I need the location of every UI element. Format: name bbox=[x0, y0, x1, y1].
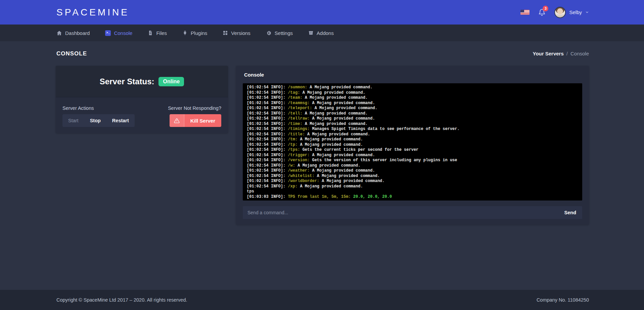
tab-versions[interactable]: Versions bbox=[223, 30, 250, 36]
tab-addons[interactable]: Addons bbox=[308, 30, 334, 36]
console-log-line: [01:02:54 INFO]: /title: A Mojang provid… bbox=[247, 132, 578, 137]
console-log-line: [01:02:54 INFO]: /w: A Mojang provided c… bbox=[247, 163, 578, 169]
tab-label: Versions bbox=[231, 30, 250, 36]
notification-badge: 3 bbox=[543, 6, 548, 11]
server-status-card: Server Status: Online Server Actions Sta… bbox=[56, 66, 228, 133]
console-log-line: [01:02:54 INFO]: /trigger: A Mojang prov… bbox=[247, 153, 578, 158]
command-bar: Send bbox=[243, 206, 582, 219]
server-status-label: Server Status: bbox=[100, 77, 154, 86]
user-name: Selby bbox=[569, 9, 582, 15]
plug-icon bbox=[182, 30, 188, 36]
warning-icon bbox=[170, 114, 184, 127]
main-content: Server Status: Online Server Actions Sta… bbox=[0, 66, 644, 225]
tab-label: Addons bbox=[317, 30, 334, 36]
flag-canton bbox=[520, 10, 524, 12]
console-log-line: [01:02:54 INFO]: /tag: A Mojang provided… bbox=[247, 90, 578, 96]
console-log-line: [01:02:54 INFO]: /tm: A Mojang provided … bbox=[247, 137, 578, 142]
avatar bbox=[554, 7, 566, 18]
page-title: CONSOLE bbox=[56, 50, 87, 57]
breadcrumb-your-servers[interactable]: Your Servers bbox=[533, 51, 564, 56]
server-actions-label: Server Actions bbox=[62, 105, 135, 111]
page-header: CONSOLE Your Servers / Console bbox=[0, 41, 644, 66]
breadcrumb: Your Servers / Console bbox=[533, 51, 589, 56]
kill-server-label: Kill Server bbox=[184, 114, 221, 127]
console-log[interactable]: [01:02:54 INFO]: /summon: A Mojang provi… bbox=[243, 83, 582, 201]
tab-plugins[interactable]: Plugins bbox=[182, 30, 207, 36]
kill-server-section: Server Not Responding? Kill Server bbox=[168, 105, 221, 133]
send-button[interactable]: Send bbox=[558, 206, 582, 219]
breadcrumb-current: Console bbox=[570, 51, 589, 56]
server-status-header: Server Status: Online bbox=[56, 66, 228, 97]
command-input[interactable] bbox=[243, 206, 558, 219]
tab-label: Dashboard bbox=[65, 30, 90, 36]
console-card: Console [01:02:54 INFO]: /summon: A Moja… bbox=[236, 66, 589, 225]
tab-settings[interactable]: Settings bbox=[266, 30, 293, 36]
console-log-line: [01:02:54 INFO]: /worldborder: A Mojang … bbox=[247, 179, 578, 184]
console-log-line: [01:02:54 INFO]: /teammsg: A Mojang prov… bbox=[247, 101, 578, 106]
console-log-line: [01:02:54 INFO]: /time: A Mojang provide… bbox=[247, 122, 578, 127]
console-log-line: [01:02:54 INFO]: /team: A Mojang provide… bbox=[247, 95, 578, 101]
file-icon bbox=[148, 30, 153, 36]
start-button[interactable]: Start bbox=[62, 114, 84, 127]
not-responding-label: Server Not Responding? bbox=[168, 105, 221, 111]
tab-label: Settings bbox=[275, 30, 293, 36]
console-log-line: [01:02:54 INFO]: /summon: A Mojang provi… bbox=[247, 85, 578, 90]
console-log-line: [01:02:54 INFO]: /teleport: A Mojang pro… bbox=[247, 106, 578, 111]
chevron-down-icon bbox=[585, 10, 589, 14]
restart-button[interactable]: Restart bbox=[106, 114, 135, 127]
status-badge: Online bbox=[158, 77, 184, 86]
kill-server-button[interactable]: Kill Server bbox=[170, 114, 221, 127]
user-menu[interactable]: Selby bbox=[554, 7, 589, 18]
footer: Copyright © SpaceMine Ltd 2017 – 2020. A… bbox=[0, 290, 644, 310]
grid-icon bbox=[223, 30, 228, 36]
brand-logo[interactable]: SPACEMINE bbox=[56, 7, 129, 18]
console-log-line: [01:03:03 INFO]: TPS from last 1m, 5m, 1… bbox=[247, 194, 578, 200]
tab-label: Plugins bbox=[191, 30, 207, 36]
home-icon bbox=[56, 30, 62, 36]
tab-bar: Dashboard>_ConsoleFilesPluginsVersionsSe… bbox=[0, 25, 644, 41]
console-log-line: [01:02:54 INFO]: /tps: Gets the current … bbox=[247, 147, 578, 153]
console-log-line: [01:02:54 INFO]: /xp: A Mojang provided … bbox=[247, 184, 578, 189]
top-navbar: SPACEMINE 3 Selby bbox=[0, 0, 644, 25]
console-log-line: [01:02:54 INFO]: /tellraw: A Mojang prov… bbox=[247, 116, 578, 122]
navbar-right: 3 Selby bbox=[520, 7, 589, 18]
package-icon bbox=[308, 30, 314, 36]
server-actions-group: Start Stop Restart bbox=[62, 114, 135, 127]
tab-label: Files bbox=[156, 30, 167, 36]
tab-dashboard[interactable]: Dashboard bbox=[56, 30, 90, 36]
console-log-line: [01:02:54 INFO]: /version: Gets the vers… bbox=[247, 158, 578, 163]
server-status-body: Server Actions Start Stop Restart Server… bbox=[56, 97, 228, 133]
app: SPACEMINE 3 Selby Dashboard>_ConsoleFil bbox=[0, 0, 644, 310]
console-log-line: [01:02:54 INFO]: /timings: Manages Spigo… bbox=[247, 127, 578, 132]
terminal-icon: >_ bbox=[105, 30, 111, 36]
console-log-line: [01:02:54 INFO]: /tp: A Mojang provided … bbox=[247, 142, 578, 148]
console-log-line: [01:02:54 INFO]: /tell: A Mojang provide… bbox=[247, 111, 578, 117]
notifications-button[interactable]: 3 bbox=[538, 9, 546, 16]
server-actions-section: Server Actions Start Stop Restart bbox=[62, 105, 135, 133]
stop-button[interactable]: Stop bbox=[84, 114, 106, 127]
footer-copyright: Copyright © SpaceMine Ltd 2017 – 2020. A… bbox=[56, 297, 187, 303]
console-log-line: [01:02:54 INFO]: /weather: A Mojang prov… bbox=[247, 168, 578, 174]
console-card-title: Console bbox=[236, 66, 589, 83]
tab-files[interactable]: Files bbox=[148, 30, 167, 36]
console-log-line: tps bbox=[247, 189, 578, 194]
breadcrumb-separator: / bbox=[566, 51, 568, 56]
footer-company-number: Company No. 11084250 bbox=[537, 297, 589, 303]
tab-label: Console bbox=[114, 30, 132, 36]
language-flag-us[interactable] bbox=[520, 10, 530, 15]
tab-console[interactable]: >_Console bbox=[105, 30, 132, 36]
gear-icon bbox=[266, 30, 272, 36]
console-log-line: [01:02:54 INFO]: /whitelist: A Mojang pr… bbox=[247, 174, 578, 179]
